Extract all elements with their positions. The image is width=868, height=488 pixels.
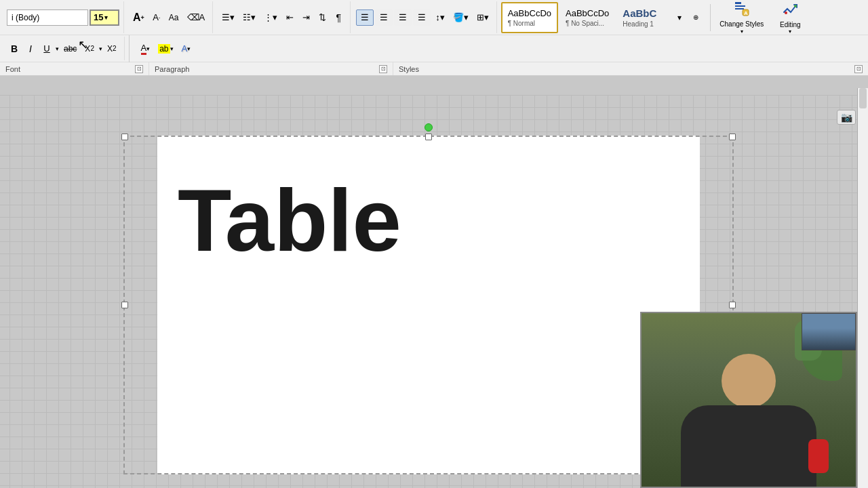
subscript-button[interactable]: X2 <box>81 41 98 57</box>
font-name-input[interactable]: i (Body) <box>7 9 88 26</box>
align-right-button[interactable]: ☰ <box>394 9 412 26</box>
red-toy <box>808 439 829 473</box>
video-content <box>642 313 856 487</box>
divider2 <box>129 35 130 62</box>
highlight-arrow[interactable]: ▾ <box>170 45 174 52</box>
subscript-arrow[interactable]: ▾ <box>99 45 102 52</box>
document-main-text[interactable]: Table <box>157 136 700 291</box>
numbering-button[interactable]: ☷▾ <box>239 9 259 26</box>
style-normal[interactable]: AaBbCcDo ¶ Normal <box>501 2 558 33</box>
alignment-group: ☰ ☰ ☰ ☰ ↕▾ 🪣▾ ⊞▾ <box>352 1 497 33</box>
font-shrink-button[interactable]: A- <box>149 9 164 26</box>
font-color-arrow[interactable]: ▾ <box>146 45 150 52</box>
svg-rect-2 <box>735 8 744 9</box>
font-size-arrow[interactable]: ▾ <box>104 14 108 21</box>
bold-button[interactable]: B <box>7 41 22 57</box>
paragraph-section-label: Paragraph ⊡ <box>149 62 393 75</box>
text-effects-button[interactable]: A ▾ <box>178 41 195 57</box>
decrease-indent-button[interactable]: ⇤ <box>282 9 297 26</box>
sort-button[interactable]: ⇅ <box>315 9 330 26</box>
pilcrow-button[interactable]: ¶ <box>331 9 346 26</box>
underline-arrow[interactable]: ▾ <box>56 45 59 52</box>
divider1 <box>710 4 711 31</box>
paragraph-expand-button[interactable]: ⊡ <box>379 65 387 73</box>
editing-icon <box>782 1 798 20</box>
font-expand-button[interactable]: ⊡ <box>135 65 143 73</box>
multilevel-list-button[interactable]: ⋮▾ <box>260 9 281 26</box>
thumb-scene <box>802 314 855 350</box>
scrollbar-right[interactable] <box>857 88 868 488</box>
document-page: Table <box>157 136 700 474</box>
editing-button[interactable]: Editing ▾ <box>770 2 810 33</box>
ribbon-row2: B I U ▾ abc X2 ▾ X2 A ▾ ab ▾ A ▾ <box>0 35 868 62</box>
underline-button[interactable]: U <box>39 41 54 57</box>
increase-indent-button[interactable]: ⇥ <box>298 9 313 26</box>
font-name-group: i (Body) 15 ▾ <box>3 1 124 33</box>
paragraph-buttons-group: ☰▾ ☷▾ ⋮▾ ⇤ ⇥ ⇅ ¶ <box>214 1 351 33</box>
styles-expand[interactable]: ⊕ <box>688 2 703 33</box>
svg-point-6 <box>794 5 797 7</box>
line-spacing-button[interactable]: ↕▾ <box>432 9 448 26</box>
change-styles-arrow: ▾ <box>741 28 743 35</box>
svg-point-5 <box>785 12 787 14</box>
scroll-thumb[interactable] <box>859 88 867 108</box>
align-left-button[interactable]: ☰ <box>356 9 374 26</box>
font-size-input[interactable]: 15 ▾ <box>90 9 119 26</box>
svg-rect-0 <box>735 2 741 4</box>
text-color-group: A ▾ ab ▾ A ▾ <box>134 37 199 60</box>
top-grid-area <box>123 102 734 136</box>
svg-text:A: A <box>744 10 748 16</box>
superscript-button[interactable]: X2 <box>104 41 120 57</box>
font-format-group: B I U ▾ abc X2 ▾ X2 <box>3 37 125 60</box>
style-nospacing-name: ¶ No Spaci... <box>566 20 609 27</box>
screenshot-button[interactable]: 📷 <box>837 110 856 125</box>
justify-button[interactable]: ☰ <box>413 9 431 26</box>
highlight-button[interactable]: ab ▾ <box>155 41 176 57</box>
font-resize-group: A+ A- Aa ⌫A <box>125 1 213 33</box>
person-body <box>681 405 816 487</box>
clear-format-button[interactable]: ⌫A <box>184 9 209 26</box>
bullets-button[interactable]: ☰▾ <box>218 9 238 26</box>
ribbon-row1: i (Body) 15 ▾ A+ A- Aa ⌫A ☰▾ ☷▾ ⋮▾ ⇤ ⇥ ⇅… <box>0 0 868 35</box>
video-overlay <box>640 312 857 488</box>
style-nospacing-preview: AaBbCcDo <box>566 8 609 18</box>
change-styles-button[interactable]: A Change Styles ▾ <box>715 2 768 33</box>
style-heading1[interactable]: AaBbC Heading 1 <box>616 2 671 33</box>
font-color-icon: A <box>141 43 147 55</box>
styles-area: AaBbCcDo ¶ Normal AaBbCcDo ¶ No Spaci...… <box>498 1 707 33</box>
styles-scroll-down[interactable]: ▾ <box>672 2 687 33</box>
change-case-button[interactable]: Aa <box>165 9 182 26</box>
styles-section-label: Styles ⊡ <box>393 62 868 75</box>
svg-rect-1 <box>735 5 745 7</box>
style-nospacing[interactable]: AaBbCcDo ¶ No Spaci... <box>559 2 615 33</box>
font-grow-button[interactable]: A+ <box>130 9 148 26</box>
borders-button[interactable]: ⊞▾ <box>473 9 492 26</box>
align-center-button[interactable]: ☰ <box>375 9 393 26</box>
text-effects-icon: A <box>182 43 188 54</box>
italic-button[interactable]: I <box>23 41 38 57</box>
text-effects-arrow[interactable]: ▾ <box>187 45 191 52</box>
section-labels: Font ⊡ Paragraph ⊡ Styles ⊡ <box>0 62 868 76</box>
style-heading1-preview: AaBbC <box>623 7 665 19</box>
style-normal-name: ¶ Normal <box>508 20 551 27</box>
strikethrough-button[interactable]: abc <box>60 41 80 57</box>
style-heading1-name: Heading 1 <box>623 20 665 28</box>
font-section-label: Font ⊡ <box>0 62 149 75</box>
video-thumbnail[interactable] <box>802 313 856 350</box>
highlight-icon: ab <box>158 44 170 54</box>
editing-label: Editing <box>780 21 801 28</box>
style-normal-preview: AaBbCcDo <box>508 8 551 18</box>
change-styles-icon: A <box>734 0 750 20</box>
editing-arrow: ▾ <box>789 28 791 35</box>
shading-button[interactable]: 🪣▾ <box>450 9 472 26</box>
change-styles-label: Change Styles <box>719 20 764 28</box>
styles-expand-button[interactable]: ⊡ <box>854 65 863 73</box>
font-color-button[interactable]: A ▾ <box>138 41 154 57</box>
person-head <box>722 354 776 408</box>
